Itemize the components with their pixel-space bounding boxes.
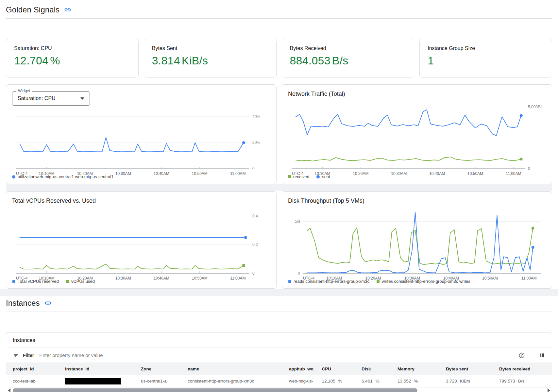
instances-header: Instances: [0, 296, 558, 308]
legend-circle-marker: [288, 280, 291, 283]
y-axis-label: 0.2: [252, 242, 258, 247]
y-axis-label: 0: [252, 166, 255, 171]
y-axis-label: 0.4: [252, 214, 258, 218]
network-chart-legend: receivedsent: [287, 174, 547, 180]
link-icon[interactable]: [44, 299, 52, 307]
cell-project-id: cco-test-lab: [6, 375, 65, 387]
filter-input[interactable]: [39, 352, 517, 358]
table-header-row: project_id instance_id Zone name apphub_…: [6, 363, 552, 375]
col-header-name[interactable]: name: [188, 363, 289, 375]
filter-label[interactable]: Filter: [23, 353, 34, 358]
widget-select[interactable]: Widget Saturation: CPU: [12, 91, 90, 106]
chart-svg: 5/s010:10AM10:20AM10:30AM10:40AM10:50AM1…: [287, 205, 547, 283]
col-header-project-id[interactable]: project_id: [6, 363, 65, 375]
golden-signals-header: Golden Signals: [0, 0, 558, 14]
cell-bytes-received: 799.573B/s: [499, 375, 552, 387]
y-axis-label: 5/s: [295, 219, 300, 224]
scroll-right-arrow[interactable]: [547, 388, 551, 392]
scorecard-bytes-sent[interactable]: Bytes Sent 3.814KiB/s: [144, 39, 277, 77]
y-axis-label: 0: [298, 271, 300, 276]
scroll-left-arrow[interactable]: [7, 388, 11, 392]
scrollbar-track[interactable]: [13, 388, 545, 392]
scorecard-value: 12.704%: [14, 54, 130, 67]
chart-title: Disk Throughput (Top 5 VMs): [288, 197, 547, 204]
saturation-cpu-chart[interactable]: 40%20%010:10AM10:20AM10:30AM10:40AM10:50…: [11, 106, 271, 174]
series-end-marker: [242, 264, 245, 267]
table-row[interactable]: cco-test-lab us-central1-a consistent-ht…: [6, 375, 552, 387]
col-header-cpu[interactable]: CPU: [322, 363, 362, 375]
col-header-bytes-received[interactable]: Bytes received: [499, 363, 552, 375]
legend-item[interactable]: vCPUs used: [66, 279, 95, 284]
col-header-instance-id[interactable]: instance_id: [65, 363, 141, 375]
legend-item[interactable]: Total vCPUs reserved: [12, 279, 59, 284]
chart-card-vcpus: Total vCPUs Reserved vs. Used 0.40.2010:…: [6, 191, 277, 289]
chart-svg: 0.40.2010:10AM10:20AM10:30AM10:40AM10:50…: [11, 205, 271, 283]
legend-item[interactable]: received: [288, 174, 309, 179]
y-axis-label: 0: [252, 271, 255, 276]
instances-divider: [6, 312, 552, 312]
column-display-icon[interactable]: [538, 351, 547, 360]
chart-svg: 5,000B/s010:10AM10:20AM10:30AM10:40AM10:…: [287, 98, 547, 179]
col-header-zone[interactable]: Zone: [141, 363, 188, 375]
widget-select-value: Saturation: CPU: [18, 95, 80, 101]
scorecards-row: Saturation: CPU 12.704% Bytes Sent 3.814…: [6, 39, 552, 77]
legend-label: vCPUs used: [71, 279, 95, 284]
scrollbar-thumb[interactable]: [13, 388, 417, 392]
widget-select-label: Widget: [16, 89, 32, 93]
y-axis-label: 20%: [252, 140, 260, 145]
legend-label: received: [293, 174, 309, 179]
filter-icon[interactable]: [11, 351, 20, 360]
help-icon[interactable]: [517, 351, 526, 360]
page-title: Golden Signals: [6, 5, 59, 14]
y-axis-label: 0: [528, 166, 530, 171]
redacted-value: [65, 378, 121, 384]
col-header-memory[interactable]: Memory: [397, 363, 446, 375]
saturation-chart-legend: utilizationweb-mig-us-central1 web-mig-u…: [11, 174, 271, 180]
chart-card-saturation: Widget Saturation: CPU 40%20%010:10AM10:…: [6, 84, 277, 184]
legend-label: writes consistent-http-errors-group-xm3c…: [382, 279, 470, 284]
cell-zone: us-central1-a: [141, 375, 188, 387]
series-line-received: [296, 157, 521, 161]
instances-section-title: Instances: [6, 298, 40, 308]
disk-throughput-chart[interactable]: 5/s010:10AM10:20AM10:30AM10:40AM10:50AM1…: [287, 205, 547, 278]
scorecard-value: 1: [428, 54, 544, 67]
horizontal-scrollbar: [6, 387, 552, 392]
y-axis-label: 5,000B/s: [528, 105, 543, 109]
scorecard-value: 884.053B/s: [290, 54, 406, 67]
legend-square-marker: [377, 280, 380, 283]
chart-title: Total vCPUs Reserved vs. Used: [12, 197, 271, 204]
legend-item[interactable]: sent: [316, 174, 330, 179]
legend-square-marker: [66, 280, 69, 283]
legend-circle-marker: [12, 280, 15, 283]
series-line-sent: [296, 110, 521, 135]
scorecard-bytes-received[interactable]: Bytes Received 884.053B/s: [282, 39, 414, 77]
scorecard-saturation-cpu[interactable]: Saturation: CPU 12.704%: [6, 39, 139, 77]
chart-card-disk-throughput: Disk Throughput (Top 5 VMs) 5/s010:10AM1…: [282, 191, 552, 289]
legend-item[interactable]: reads consistent-http-errors-group-xm3c: [288, 279, 369, 284]
cell-cpu: 12.105%: [322, 375, 362, 387]
network-traffic-chart[interactable]: 5,000B/s010:10AM10:20AM10:30AM10:40AM10:…: [287, 98, 547, 174]
instances-table: project_id instance_id Zone name apphub_…: [6, 363, 552, 387]
scorecard-label: Bytes Sent: [152, 45, 268, 51]
table-title: Instances: [6, 332, 552, 348]
chevron-down-icon: [80, 97, 84, 100]
header-divider: [6, 18, 552, 19]
vcpus-chart[interactable]: 0.40.2010:10AM10:20AM10:30AM10:40AM10:50…: [11, 205, 271, 278]
cell-name: consistent-http-errors-group-xm3c: [188, 375, 289, 387]
scorecard-label: Instance Group Size: [428, 45, 544, 51]
chart-svg: 40%20%010:10AM10:20AM10:30AM10:40AM10:50…: [11, 106, 271, 179]
legend-item[interactable]: utilizationweb-mig-us-central1 web-mig-u…: [12, 174, 113, 179]
cell-memory: 13.552%: [397, 375, 446, 387]
series-end-marker: [532, 227, 534, 230]
scorecard-instance-group-size[interactable]: Instance Group Size 1: [419, 39, 552, 77]
legend-item[interactable]: writes consistent-http-errors-group-xm3c…: [377, 279, 470, 284]
cell-disk: 6.461%: [362, 375, 397, 387]
link-icon[interactable]: [64, 6, 71, 13]
col-header-bytes-sent[interactable]: Bytes sent: [446, 363, 499, 375]
legend-circle-marker: [12, 175, 15, 179]
scorecard-value: 3.814KiB/s: [152, 54, 268, 67]
col-header-disk[interactable]: Disk: [362, 363, 397, 375]
vertical-divider: [532, 351, 532, 360]
legend-label: sent: [322, 174, 330, 179]
col-header-apphub[interactable]: apphub_wo: [289, 363, 322, 375]
